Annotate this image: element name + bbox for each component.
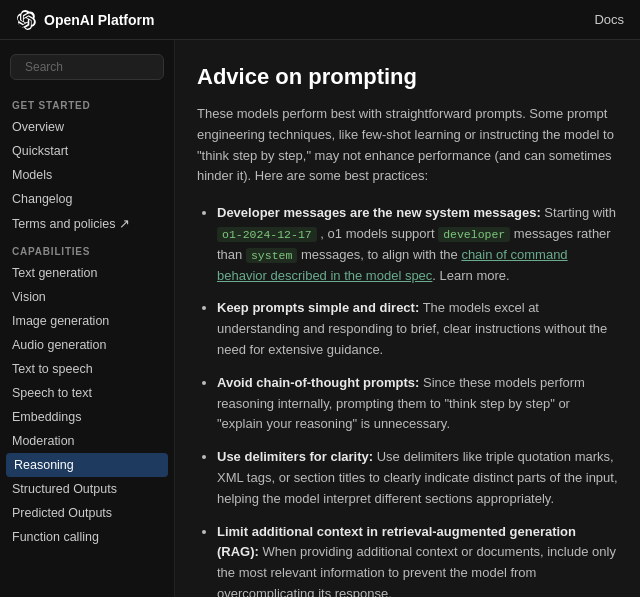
search-input[interactable] [25, 60, 175, 74]
list-item: Limit additional context in retrieval-au… [217, 522, 618, 597]
sidebar-item-embeddings[interactable]: Embeddings [0, 405, 174, 429]
capabilities-section: CAPABILITIES [0, 236, 174, 261]
sidebar-item-function-calling[interactable]: Function calling [0, 525, 174, 549]
list-item: Keep prompts simple and direct: The mode… [217, 298, 618, 360]
list-item: Use delimiters for clarity: Use delimite… [217, 447, 618, 509]
sidebar-item-predicted-outputs[interactable]: Predicted Outputs [0, 501, 174, 525]
intro-text: These models perform best with straightf… [197, 104, 618, 187]
get-started-section: GET STARTED [0, 90, 174, 115]
bullet-bold: Keep prompts simple and direct: [217, 300, 419, 315]
sidebar-item-changelog[interactable]: Changelog [0, 187, 174, 211]
sidebar-item-text-to-speech[interactable]: Text to speech [0, 357, 174, 381]
sidebar-item-moderation[interactable]: Moderation [0, 429, 174, 453]
page-title: Advice on prompting [197, 64, 618, 90]
bullet-bold: Avoid chain-of-thought prompts: [217, 375, 419, 390]
bullet-list: Developer messages are the new system me… [197, 203, 618, 597]
sidebar-item-structured-outputs[interactable]: Structured Outputs [0, 477, 174, 501]
sidebar-item-quickstart[interactable]: Quickstart [0, 139, 174, 163]
main-content: Advice on prompting These models perform… [175, 40, 640, 597]
inline-code: system [246, 248, 297, 263]
logo: OpenAI Platform [16, 10, 154, 30]
search-box[interactable]: ⌘ K [10, 54, 164, 80]
sidebar: ⌘ K GET STARTED Overview Quickstart Mode… [0, 40, 175, 597]
bullet-bold: Use delimiters for clarity: [217, 449, 373, 464]
inline-code: o1-2024-12-17 [217, 227, 317, 242]
sidebar-item-image-generation[interactable]: Image generation [0, 309, 174, 333]
list-item: Developer messages are the new system me… [217, 203, 618, 286]
logo-text: OpenAI Platform [44, 12, 154, 28]
sidebar-item-audio-generation[interactable]: Audio generation [0, 333, 174, 357]
bullet-bold: Developer messages are the new system me… [217, 205, 541, 220]
sidebar-item-terms[interactable]: Terms and policies ↗ [0, 211, 174, 236]
topbar: OpenAI Platform Docs [0, 0, 640, 40]
bullet-bold: Limit additional context in retrieval-au… [217, 524, 576, 560]
sidebar-item-vision[interactable]: Vision [0, 285, 174, 309]
sidebar-item-models[interactable]: Models [0, 163, 174, 187]
sidebar-item-speech-to-text[interactable]: Speech to text [0, 381, 174, 405]
sidebar-item-reasoning[interactable]: Reasoning [6, 453, 168, 477]
list-item: Avoid chain-of-thought prompts: Since th… [217, 373, 618, 435]
sidebar-item-overview[interactable]: Overview [0, 115, 174, 139]
docs-link[interactable]: Docs [594, 12, 624, 27]
sidebar-item-text-generation[interactable]: Text generation [0, 261, 174, 285]
inline-code: developer [438, 227, 510, 242]
